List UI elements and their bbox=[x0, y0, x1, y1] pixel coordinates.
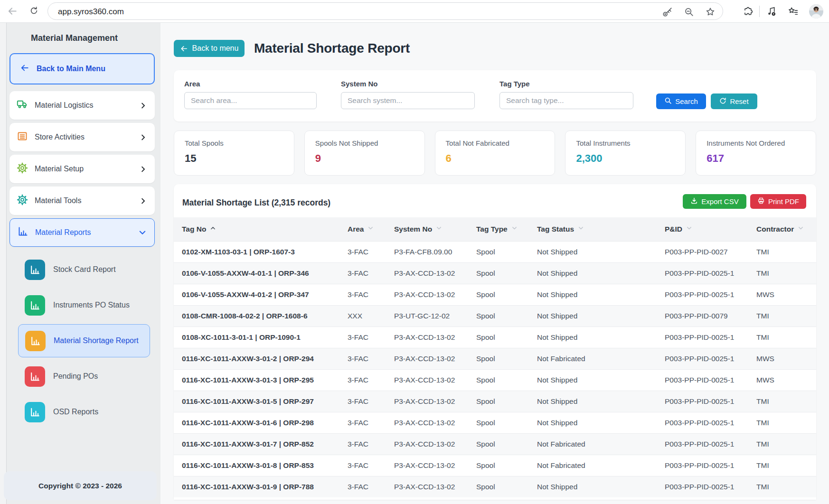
table-row[interactable]: 0108-XC-1011-3-01-1 | ORP-1090-13-FACP3-… bbox=[174, 327, 816, 348]
sidebar-item-material-setup[interactable]: Material Setup bbox=[9, 155, 155, 183]
key-icon[interactable] bbox=[662, 6, 673, 18]
zoom-out-icon[interactable] bbox=[683, 6, 695, 18]
table-row[interactable]: 0102-XM-1103-03-1 | ORP-1607-33-FACP3-FA… bbox=[174, 241, 816, 262]
sidebar-item-material-tools[interactable]: Material Tools bbox=[9, 187, 155, 215]
cell-system: P3-AX-CCD-13-02 bbox=[386, 327, 468, 348]
system-search-input[interactable] bbox=[341, 92, 475, 109]
address-bar[interactable]: app.syros360.com bbox=[47, 2, 723, 20]
print-pdf-button[interactable]: Print PDF bbox=[750, 194, 806, 209]
cell-area: 3-FAC bbox=[339, 241, 386, 262]
cell-type: Spool bbox=[468, 433, 529, 455]
sort-icon bbox=[798, 224, 804, 233]
extensions-puzzle-icon[interactable] bbox=[742, 6, 754, 17]
cell-status: Not Shipped bbox=[529, 284, 657, 305]
table-row[interactable]: 0116-XC-1011-AXXW-3-01-9 | ORP-7883-FACP… bbox=[174, 476, 816, 497]
sort-icon bbox=[436, 224, 442, 233]
cell-status: Not Fabricated bbox=[529, 433, 657, 455]
search-button[interactable]: Search bbox=[656, 93, 706, 109]
column-header-pid[interactable]: P&ID bbox=[657, 217, 748, 241]
stat-card-total-spools: Total Spools 15 bbox=[174, 131, 294, 176]
cell-tag: 0102-XM-1103-03-1 | ORP-1607-3 bbox=[174, 241, 339, 262]
sidebar-subitem-osd-reports[interactable]: OSD Reports bbox=[18, 395, 150, 429]
cell-tag: 0106-V-1055-AXXW-4-01-1 | ORP-346 bbox=[174, 262, 339, 284]
cell-status: Not Shipped bbox=[529, 262, 657, 284]
sidebar-subitem-instruments-po-status[interactable]: Instruments PO Status bbox=[18, 289, 150, 322]
bar-chart-icon bbox=[25, 366, 45, 387]
sidebar: Material Management Back to Main Menu Ma… bbox=[0, 23, 160, 504]
tagtype-search-input[interactable] bbox=[499, 92, 633, 109]
reset-button[interactable]: Reset bbox=[711, 93, 757, 109]
avatar[interactable] bbox=[809, 4, 823, 19]
cell-pid: P003-PP-PID-0025-1 bbox=[657, 327, 748, 348]
favorite-star-icon[interactable] bbox=[705, 6, 716, 18]
stat-card-instruments-not-ordered: Instruments Not Ordered 617 bbox=[696, 131, 816, 176]
cell-contractor: TMI bbox=[748, 305, 816, 327]
column-header-tagstatus[interactable]: Tag Status bbox=[529, 217, 657, 241]
column-header-systemno[interactable]: System No bbox=[386, 217, 468, 241]
table-row[interactable]: 0116-XC-1011-AXXW-3-01-3 | ORP-2953-FACP… bbox=[174, 369, 816, 391]
cell-status: Not Shipped bbox=[529, 369, 657, 391]
column-header-tagno[interactable]: Tag No bbox=[174, 217, 339, 241]
column-header-area[interactable]: Area bbox=[339, 217, 386, 241]
sidebar-item-store-activities[interactable]: Store Activities bbox=[9, 123, 155, 151]
table-row[interactable]: 0106-V-1055-AXXW-4-01-2 | ORP-3473-FACP3… bbox=[174, 284, 816, 305]
table-row[interactable]: 0108-CMR-1008-4-02-2 | ORP-1608-6XXXP3-U… bbox=[174, 305, 816, 327]
export-csv-button[interactable]: Export CSV bbox=[683, 194, 746, 209]
cell-system: P3-AX-CCD-13-02 bbox=[386, 433, 468, 455]
browser-toolbar: app.syros360.com bbox=[0, 0, 829, 23]
cell-tag: 0116-XC-1011-AXXW-3-01-7 | ORP-852 bbox=[174, 433, 339, 455]
cell-contractor: MWS bbox=[748, 348, 816, 369]
table-row[interactable]: 0106-V-1055-AXXW-4-01-1 | ORP-3463-FACP3… bbox=[174, 262, 816, 284]
cell-system: P3-AX-CCD-13-02 bbox=[386, 455, 468, 476]
browser-reload-icon[interactable] bbox=[29, 6, 38, 17]
sidebar-title: Material Management bbox=[31, 33, 118, 43]
table-row[interactable]: 0116-XC-1011-AXXW-3-01-7 | ORP-8523-FACP… bbox=[174, 433, 816, 455]
cell-type: Spool bbox=[468, 327, 529, 348]
cell-area: 3-FAC bbox=[339, 391, 386, 412]
main-content: Back to menu Material Shortage Report Ar… bbox=[160, 23, 829, 504]
cell-type: Spool bbox=[468, 262, 529, 284]
sort-icon bbox=[511, 224, 518, 233]
table-row[interactable]: 0116-XC-1011-AXXW-3-01-5 | ORP-2973-FACP… bbox=[174, 391, 816, 412]
cell-tag: 0116-XC-1011-AXXW-3-01-8 | ORP-853 bbox=[174, 455, 339, 476]
sidebar-item-material-reports[interactable]: Material Reports bbox=[9, 218, 155, 247]
back-to-menu-button[interactable]: Back to menu bbox=[174, 40, 245, 57]
copyright: Copyright © 2023 - 2026 bbox=[4, 471, 157, 500]
cell-status: Not Fabricated bbox=[529, 348, 657, 369]
sidebar-subitem-stock-card-report[interactable]: Stock Card Report bbox=[18, 253, 150, 286]
cell-type: Spool bbox=[468, 412, 529, 433]
left-arrow-icon bbox=[20, 63, 29, 75]
chevron-right-icon bbox=[140, 134, 147, 141]
cell-area: 3-FAC bbox=[339, 284, 386, 305]
cell-type: Spool bbox=[468, 305, 529, 327]
collections-icon[interactable] bbox=[787, 6, 799, 17]
cell-system: P3-AX-CCD-13-02 bbox=[386, 369, 468, 391]
cell-tag: 0108-XC-1011-3-01-1 | ORP-1090-1 bbox=[174, 327, 339, 348]
column-header-contractor[interactable]: Contractor bbox=[748, 217, 816, 241]
cell-type: Spool bbox=[468, 476, 529, 497]
table-row[interactable]: 0116-XC-1011-AXXW-3-01-2 | ORP-2943-FACP… bbox=[174, 348, 816, 369]
cell-system: P3-AX-CCD-13-02 bbox=[386, 348, 468, 369]
table-row[interactable]: 0116-XC-1011-AXXW-3-01-6 | ORP-2983-FACP… bbox=[174, 412, 816, 433]
media-music-icon[interactable] bbox=[765, 6, 777, 17]
cell-type: Spool bbox=[468, 369, 529, 391]
cell-contractor: TMI bbox=[748, 262, 816, 284]
cell-type: Spool bbox=[468, 241, 529, 262]
cell-contractor: TMI bbox=[748, 241, 816, 262]
sidebar-scrollbar[interactable] bbox=[0, 23, 7, 504]
area-search-input[interactable] bbox=[184, 92, 317, 109]
back-to-main-menu-button[interactable]: Back to Main Menu bbox=[9, 53, 155, 84]
cell-system: P3-FA-CFB.09.00 bbox=[386, 241, 468, 262]
table-row[interactable]: 0116-XC-1011-AXXW-3-01-8 | ORP-8533-FACP… bbox=[174, 455, 816, 476]
browser-back-icon[interactable] bbox=[7, 6, 18, 19]
cell-contractor: TMI bbox=[748, 327, 816, 348]
sidebar-subitem-material-shortage-report[interactable]: Material Shortage Report bbox=[18, 324, 150, 357]
sort-icon bbox=[686, 224, 692, 233]
sidebar-item-material-logistics[interactable]: Material Logistics bbox=[9, 91, 155, 120]
sidebar-subitem-pending-pos[interactable]: Pending POs bbox=[18, 360, 150, 393]
sort-ascending-icon bbox=[210, 224, 216, 233]
cell-tag: 0106-V-1055-AXXW-4-01-2 | ORP-347 bbox=[174, 284, 339, 305]
column-header-tagtype[interactable]: Tag Type bbox=[468, 217, 529, 241]
cell-contractor: MWS bbox=[748, 369, 816, 391]
bar-chart-icon bbox=[25, 402, 45, 422]
